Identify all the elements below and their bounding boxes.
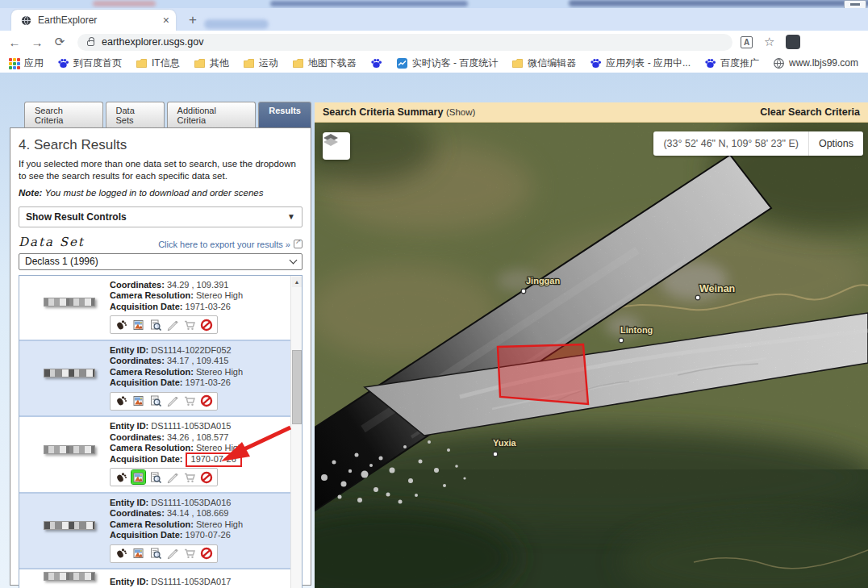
compare-icon [166,547,179,560]
results-scrollbar[interactable]: ▲ [290,276,302,588]
back-icon[interactable]: ← [3,35,26,49]
summary-show-toggle[interactable]: (Show) [446,107,475,117]
browse-overlay-button[interactable] [131,470,145,484]
scroll-up-arrow-icon[interactable]: ▲ [292,277,302,287]
bookmark-item[interactable] [370,57,382,69]
show-metadata-button[interactable] [148,318,162,332]
result-field: Coordinates: 34.14 , 108.669 [110,508,286,519]
url-bar[interactable]: earthexplorer.usgs.gov [77,34,732,51]
baidu-paw-icon [57,57,69,69]
screen: EarthExplorer × + ← → ⟳ earthexplorer.us… [0,0,868,588]
show-metadata-icon [149,547,162,560]
extension-icon[interactable] [786,35,800,49]
apps-grid-icon [8,57,20,69]
reload-icon[interactable]: ⟳ [48,35,71,49]
tab-data-sets[interactable]: Data Sets [106,102,165,127]
close-tab-icon[interactable]: × [163,15,169,26]
selected-scene-footprint[interactable] [498,344,588,404]
footprint-button[interactable] [115,318,128,332]
map-satellite-view[interactable]: JingganWeinanLintongYuxia [315,123,868,588]
footprint-button[interactable] [115,547,128,561]
place-dot-jinggan [521,289,526,294]
show-result-controls-toggle[interactable]: Show Result Controls ▼ [19,206,303,227]
scene-action-bar [110,544,218,563]
new-tab-button[interactable]: + [184,11,202,29]
bookmark-item[interactable]: 其他 [194,56,229,70]
bookmark-label: 微信编辑器 [528,56,576,70]
folder-icon [194,57,206,69]
tab-additional-criteria[interactable]: Additional Criteria [167,102,257,127]
browser-tab[interactable]: EarthExplorer × [11,10,176,31]
exclude-scene-button[interactable] [199,470,213,484]
bookmark-item[interactable]: IT信息 [136,56,180,70]
exclude-scene-button[interactable] [199,318,213,332]
show-metadata-button[interactable] [148,547,162,561]
exclude-scene-button[interactable] [199,394,213,408]
result-field: Entity ID: DS1111-1053DA017 [110,577,286,588]
bookmark-item[interactable]: 实时访客 - 百度统计 [396,56,499,70]
cursor-coordinates-box: (33° 52' 46" N, 109° 58' 23" E) Options [653,131,863,156]
compare-button[interactable] [165,547,179,561]
url-text[interactable]: earthexplorer.usgs.gov [102,36,203,48]
result-field: Acquisition Date: 1971-03-26 [110,302,286,313]
browse-overlay-button[interactable] [131,318,145,332]
show-metadata-button[interactable] [148,394,162,408]
shopping-cart-button[interactable] [182,547,196,561]
browse-overlay-icon [132,547,145,560]
scene-thumbnail[interactable] [44,521,95,530]
bookmark-item[interactable]: 运动 [243,56,278,70]
footprint-button[interactable] [115,470,128,484]
scrollbar-thumb[interactable] [292,350,302,424]
place-dot-lintong [619,338,624,343]
translate-icon[interactable]: A [741,36,753,48]
export-results-link[interactable]: Click here to export your results » [158,240,303,249]
exclude-scene-icon [200,394,213,407]
chevron-down-icon [290,256,298,264]
earthexplorer-page: Search CriteriaData SetsAdditional Crite… [0,73,868,588]
bookmark-item[interactable]: 微信编辑器 [511,56,576,70]
footprint-button[interactable] [115,394,128,408]
footprint-icon [115,547,128,560]
data-set-select[interactable]: Declass 1 (1996) [19,253,303,270]
scene-thumbnail[interactable] [44,572,95,581]
layers-control-button[interactable] [323,132,350,160]
compare-button[interactable] [165,470,179,484]
shopping-cart-button[interactable] [182,394,196,408]
forward-icon[interactable]: → [26,35,48,49]
background-blur-blob [93,1,156,6]
browse-overlay-icon [132,471,145,484]
baidu-paw-icon [590,57,602,69]
baidu-paw-icon [370,57,382,69]
show-metadata-button[interactable] [148,470,162,484]
tab-search-criteria[interactable]: Search Criteria [24,102,103,127]
external-link-icon [294,240,303,248]
shopping-cart-button[interactable] [182,318,196,332]
apps-grid-icon [8,57,20,69]
map-canvas[interactable]: JingganWeinanLintongYuxia (33° 52' 46" N… [315,123,868,588]
bookmark-item[interactable]: 百度推广 [704,56,759,70]
compare-button[interactable] [165,318,179,332]
compare-button[interactable] [165,394,179,408]
browse-overlay-button[interactable] [131,547,145,561]
result-field: Camera Resolution: Stereo High [110,367,286,378]
clear-search-button[interactable]: Clear Search Criteria [760,106,860,118]
shopping-cart-button[interactable] [182,470,196,484]
folder-icon [292,57,304,69]
tab-results[interactable]: Results [258,102,311,127]
bookmark-item[interactable]: 应用 [8,56,44,70]
map-options-button[interactable]: Options [808,131,863,156]
bookmark-item[interactable]: 地图下载器 [292,56,357,70]
browse-overlay-button[interactable] [131,394,145,408]
bookmarks-bar: 应用到百度首页IT信息其他运动地图下载器实时访客 - 百度统计微信编辑器应用列表… [0,53,868,73]
exclude-scene-button[interactable] [199,547,213,561]
scene-thumbnail[interactable] [44,369,95,377]
bookmark-item[interactable]: www.lbjs99.com [773,57,858,69]
footprint-icon [115,471,128,484]
scene-thumbnail[interactable] [44,445,95,454]
bookmark-item[interactable]: 应用列表 - 应用中... [590,56,691,70]
results-list: Coordinates: 34.29 , 109.391Camera Resol… [19,275,303,588]
scene-thumbnail[interactable] [44,298,95,307]
bookmark-item[interactable]: 到百度首页 [57,56,122,70]
bookmark-star-icon[interactable]: ☆ [764,35,774,49]
layers-icon [323,132,339,148]
